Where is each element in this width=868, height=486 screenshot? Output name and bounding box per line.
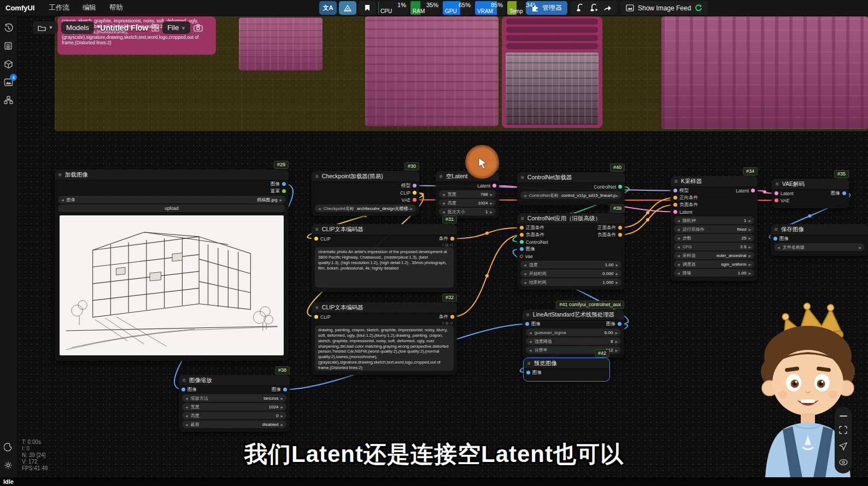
output-port-正面条件[interactable]: 正面条件 <box>597 225 622 231</box>
increment-arrow-icon[interactable]: ▶ <box>615 263 618 267</box>
increment-arrow-icon[interactable]: ▶ <box>615 348 618 352</box>
collapse-icon[interactable]: ≡ <box>183 377 186 383</box>
decrement-arrow-icon[interactable]: ◀ <box>524 263 526 267</box>
decrement-arrow-icon[interactable]: ◀ <box>524 280 526 284</box>
widget-guassian_sigma[interactable]: ◀guassian_sigma6.00▶ <box>526 329 621 336</box>
collapse-icon[interactable]: ≡ <box>315 305 319 311</box>
workflow-title[interactable]: *Untitled Flow <box>97 24 148 32</box>
widget-开始时间[interactable]: ◀开始时间0.000▶ <box>520 270 621 277</box>
node-header[interactable]: ≡图像缩放 <box>179 375 290 386</box>
decrement-arrow-icon[interactable]: ◀ <box>677 271 680 275</box>
decrement-arrow-icon[interactable]: ◀ <box>442 192 445 196</box>
output-port-ControlNet[interactable]: ControlNet <box>594 184 622 190</box>
increment-arrow-icon[interactable]: ▶ <box>280 423 283 426</box>
output-port-图像[interactable]: 图像 <box>606 321 621 327</box>
increment-arrow-icon[interactable]: ▶ <box>280 396 283 400</box>
widget-降噪[interactable]: ◀降噪1.00▶ <box>674 269 754 277</box>
input-port-图像[interactable]: 图像 <box>525 321 541 327</box>
node-header[interactable]: ≡CLIP文本编码器 <box>312 302 457 313</box>
increment-arrow-icon[interactable]: ▶ <box>748 271 751 275</box>
output-port-图像[interactable]: 图像 <box>271 181 286 188</box>
increment-arrow-icon[interactable]: ▶ <box>615 339 618 343</box>
node-K采样器[interactable]: #34≡K采样器模型Latent正向条件负面条件Latent◀随机种1▶◀运行后… <box>671 176 758 281</box>
prompt-widget-icons[interactable]: ○ ◎ ◁ <box>312 242 457 247</box>
output-port-条件[interactable]: 条件 <box>439 236 454 242</box>
decrement-arrow-icon[interactable]: ◀ <box>524 194 526 197</box>
sidebar-item-models[interactable] <box>2 58 14 70</box>
upload-button[interactable]: upload <box>58 204 285 212</box>
input-port-正面条件[interactable]: 正面条件 <box>520 225 544 231</box>
decrement-arrow-icon[interactable]: ◀ <box>777 245 780 249</box>
input-port-正向条件[interactable]: 正向条件 <box>673 195 698 201</box>
increment-arrow-icon[interactable]: ▶ <box>615 272 618 276</box>
node-加载图像[interactable]: #29≡加载图像图像遮罩◀图像线稿图.jpg▶upload <box>55 169 289 361</box>
decrement-arrow-icon[interactable]: ◀ <box>677 262 680 266</box>
collapse-icon[interactable]: ≡ <box>526 312 530 318</box>
widget-宽度[interactable]: ◀宽度788▶ <box>439 190 496 198</box>
widget-强度[interactable]: ◀强度1.00▶ <box>520 261 621 268</box>
node-VAE解码[interactable]: #35≡VAE解码Latent图像VAE <box>772 179 849 208</box>
increment-arrow-icon[interactable]: ▶ <box>490 210 492 214</box>
share-icon[interactable] <box>603 4 612 11</box>
menu-edit[interactable]: 编辑 <box>83 3 96 13</box>
increment-arrow-icon[interactable]: ▶ <box>615 194 618 197</box>
node-header[interactable]: ≡ControlNet加载器 <box>517 172 625 183</box>
prompt-textarea[interactable]: cinematic photo An artist's impression o… <box>315 247 454 288</box>
input-port-图像[interactable]: 图像 <box>526 370 542 376</box>
translate-button[interactable]: 文A <box>319 1 337 15</box>
decrement-arrow-icon[interactable]: ◀ <box>185 396 188 400</box>
node-CLIP文本编码器[interactable]: #31≡CLIP文本编码器CLIP条件○ ◎ ◁cinematic photo … <box>312 224 457 292</box>
fit-view-icon[interactable] <box>839 426 847 434</box>
widget-采样器[interactable]: ◀采样器euler_ancestral▶ <box>674 251 754 259</box>
increment-arrow-icon[interactable]: ▶ <box>748 254 751 257</box>
output-port-图像[interactable]: 图像 <box>831 190 846 197</box>
link-midpoint-dot[interactable] <box>485 232 489 235</box>
node-canvas[interactable]: crayon, sketch, graphite, impressionist,… <box>16 16 868 477</box>
decrement-arrow-icon[interactable]: ◀ <box>529 331 532 335</box>
widget-批次大小[interactable]: ◀批次大小1▶ <box>439 208 496 215</box>
link-midpoint-dot[interactable] <box>646 218 649 221</box>
vacuum-icon[interactable] <box>576 4 584 12</box>
increment-arrow-icon[interactable]: ▶ <box>748 227 751 231</box>
increment-arrow-icon[interactable]: ▶ <box>615 331 618 335</box>
zoom-out-icon[interactable] <box>840 415 847 417</box>
increment-arrow-icon[interactable]: ▶ <box>748 236 751 240</box>
feed-generated-image[interactable] <box>239 17 322 71</box>
grid-icon[interactable] <box>151 24 159 32</box>
decrement-arrow-icon[interactable]: ◀ <box>677 245 680 249</box>
widget-裁剪[interactable]: ◀裁剪disabled▶ <box>182 420 286 428</box>
widget-强度阈值[interactable]: ◀强度阈值8▶ <box>526 337 621 345</box>
increment-arrow-icon[interactable]: ▶ <box>748 262 751 266</box>
node-Checkpoint加载器(简易)[interactable]: #30≡Checkpoint加载器(简易)模型CLIPVAE◀Checkpoin… <box>312 171 419 216</box>
decrement-arrow-icon[interactable]: ◀ <box>61 198 64 202</box>
collapse-icon[interactable]: ≡ <box>776 181 779 187</box>
decrement-arrow-icon[interactable]: ◀ <box>677 227 680 231</box>
node-header[interactable]: ≡K采样器 <box>671 176 758 187</box>
feed-generated-image[interactable] <box>661 16 868 129</box>
input-port-VAE[interactable]: VAE <box>775 198 789 203</box>
output-port-遮罩[interactable]: 遮罩 <box>271 188 286 195</box>
node-ControlNet加载器[interactable]: #40≡ControlNet加载器ControlNet◀ControlNet名称… <box>517 172 625 205</box>
node-header[interactable]: ≡加载图像 <box>55 169 289 180</box>
widget-CFG[interactable]: ◀CFG2.5▶ <box>674 243 754 250</box>
widget-图像[interactable]: ◀图像线稿图.jpg▶ <box>58 196 285 203</box>
widget-结束时间[interactable]: ◀结束时间1.000▶ <box>520 278 621 286</box>
increment-arrow-icon[interactable]: ▶ <box>748 245 751 249</box>
widget-随机种[interactable]: ◀随机种1▶ <box>674 216 754 224</box>
feed-node-with-preview[interactable] <box>502 16 602 128</box>
output-port-VAE[interactable]: VAE <box>402 197 417 203</box>
collapse-icon[interactable]: ≡ <box>315 226 319 232</box>
decrement-arrow-icon[interactable]: ◀ <box>442 210 445 214</box>
output-port-负面条件[interactable]: 负面条件 <box>597 232 622 238</box>
show-image-feed-button[interactable]: Show Image Feed <box>620 1 708 15</box>
node-预览图像[interactable]: #42≡预览图像图像 <box>524 358 609 381</box>
input-port-图像[interactable]: 图像 <box>773 236 789 242</box>
input-port-负面条件[interactable]: 负面条件 <box>520 232 544 238</box>
decrement-arrow-icon[interactable]: ◀ <box>185 414 188 418</box>
increment-arrow-icon[interactable]: ▶ <box>410 207 413 210</box>
decrement-arrow-icon[interactable]: ◀ <box>529 348 532 352</box>
workflow-folder-button[interactable]: ▼ <box>33 21 58 34</box>
widget-ControlNet名称[interactable]: ◀ControlNet名称control_v11p_sd15_lineart.p… <box>520 191 621 199</box>
decrement-arrow-icon[interactable]: ◀ <box>442 201 445 205</box>
node-header[interactable]: ≡CLIP文本编码器 <box>312 224 457 235</box>
